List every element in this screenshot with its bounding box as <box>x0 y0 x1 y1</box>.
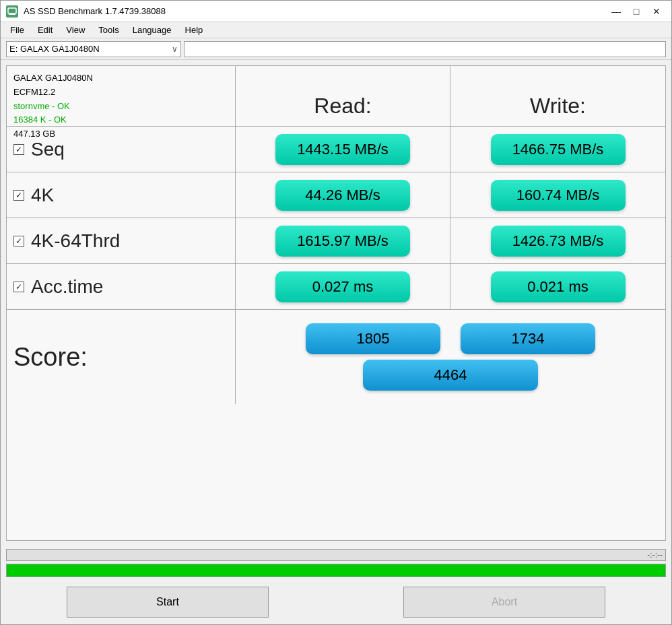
seq-checkbox[interactable]: ✓ <box>13 144 24 155</box>
table-row: ✓ 4K 44.26 MB/s 160.74 MB/s <box>7 172 665 218</box>
acctime-read-cell: 0.027 ms <box>236 264 450 309</box>
dropdown-arrow-icon: ∨ <box>172 44 178 54</box>
window-title: AS SSD Benchmark 1.7.4739.38088 <box>24 6 607 16</box>
info-display <box>184 41 666 57</box>
benchmark-table: GALAX GA1J0480N ECFM12.2 stornvme - OK 1… <box>6 65 666 541</box>
seq-write-value: 1466.75 MB/s <box>491 134 626 165</box>
menu-view[interactable]: View <box>59 24 92 36</box>
maximize-button[interactable]: □ <box>627 3 646 20</box>
4k64-checkbox[interactable]: ✓ <box>13 236 24 246</box>
close-button[interactable]: ✕ <box>647 3 666 20</box>
score-values-area: 1805 1734 4464 <box>236 310 665 404</box>
drive-select-label: E: GALAX GA1J0480N <box>9 44 100 54</box>
progress-bar-container: -:-:-- <box>6 549 666 561</box>
acctime-checkbox[interactable]: ✓ <box>13 282 24 292</box>
app-icon <box>6 5 18 18</box>
table-row: ✓ 4K-64Thrd 1615.97 MB/s 1426.73 MB/s <box>7 218 665 264</box>
4k64-write-cell: 1426.73 MB/s <box>450 218 665 263</box>
drive-selector[interactable]: E: GALAX GA1J0480N ∨ <box>6 41 181 57</box>
score-section: Score: 1805 1734 4464 <box>7 310 665 404</box>
acctime-write-value: 0.021 ms <box>491 271 626 302</box>
score-top-values: 1805 1734 <box>306 323 595 354</box>
score-total-row: 4464 <box>363 360 538 391</box>
score-label-cell: Score: <box>7 310 236 404</box>
seq-write-cell: 1466.75 MB/s <box>450 127 665 172</box>
menu-tools[interactable]: Tools <box>92 24 125 36</box>
svg-rect-2 <box>9 14 15 15</box>
minimize-button[interactable]: — <box>607 3 626 20</box>
toolbar: E: GALAX GA1J0480N ∨ <box>1 38 671 60</box>
4k-read-value: 44.26 MB/s <box>275 180 410 211</box>
title-bar: AS SSD Benchmark 1.7.4739.38088 — □ ✕ <box>1 1 671 22</box>
acctime-write-cell: 0.021 ms <box>450 264 665 309</box>
table-row: ✓ Seq 1443.15 MB/s 1466.75 MB/s <box>7 127 665 172</box>
seq-read-value: 1443.15 MB/s <box>275 134 410 165</box>
time-display: -:-:-- <box>647 550 663 560</box>
seq-label-cell: ✓ Seq <box>7 127 236 172</box>
progress-area: -:-:-- <box>1 546 671 580</box>
abort-button[interactable]: Abort <box>403 587 605 618</box>
app-window: AS SSD Benchmark 1.7.4739.38088 — □ ✕ Fi… <box>0 0 672 625</box>
4k-write-value: 160.74 MB/s <box>491 180 626 211</box>
svg-rect-0 <box>8 8 16 13</box>
4k-checkbox[interactable]: ✓ <box>13 190 24 201</box>
device-driver: stornvme - OK <box>13 100 228 114</box>
button-row: Start Abort <box>1 580 671 624</box>
acctime-read-value: 0.027 ms <box>275 271 410 302</box>
green-bar <box>7 564 665 577</box>
4k64-read-value: 1615.97 MB/s <box>275 226 410 257</box>
4k64-read-cell: 1615.97 MB/s <box>236 218 450 263</box>
menu-help[interactable]: Help <box>178 24 210 36</box>
seq-read-cell: 1443.15 MB/s <box>236 127 450 172</box>
menu-language[interactable]: Language <box>126 24 178 36</box>
device-block-size: 16384 K - OK <box>13 113 228 127</box>
green-bar-container <box>6 564 666 577</box>
window-controls: — □ ✕ <box>607 3 666 20</box>
device-model: GALAX GA1J0480N <box>13 71 228 86</box>
4k-read-cell: 44.26 MB/s <box>236 172 450 218</box>
start-button[interactable]: Start <box>67 587 269 618</box>
main-content: GALAX GA1J0480N ECFM12.2 stornvme - OK 1… <box>1 60 671 546</box>
table-header: GALAX GA1J0480N ECFM12.2 stornvme - OK 1… <box>7 66 665 127</box>
acctime-label-cell: ✓ Acc.time <box>7 264 236 309</box>
score-read-value: 1805 <box>306 323 440 354</box>
4k64-label-cell: ✓ 4K-64Thrd <box>7 218 236 263</box>
score-write-value: 1734 <box>461 323 595 354</box>
score-label: Score: <box>13 343 88 372</box>
seq-label: Seq <box>31 139 65 160</box>
menu-file[interactable]: File <box>3 24 31 36</box>
menu-edit[interactable]: Edit <box>31 24 59 36</box>
4k-write-cell: 160.74 MB/s <box>450 172 665 218</box>
4k64-label: 4K-64Thrd <box>31 230 120 252</box>
device-firmware: ECFM12.2 <box>13 86 228 100</box>
4k-label-cell: ✓ 4K <box>7 172 236 218</box>
score-total-value: 4464 <box>363 360 538 391</box>
4k64-write-value: 1426.73 MB/s <box>491 226 626 257</box>
acctime-label: Acc.time <box>31 276 103 298</box>
table-row: ✓ Acc.time 0.027 ms 0.021 ms <box>7 264 665 310</box>
4k-label: 4K <box>31 185 54 206</box>
menu-bar: File Edit View Tools Language Help <box>1 22 671 38</box>
